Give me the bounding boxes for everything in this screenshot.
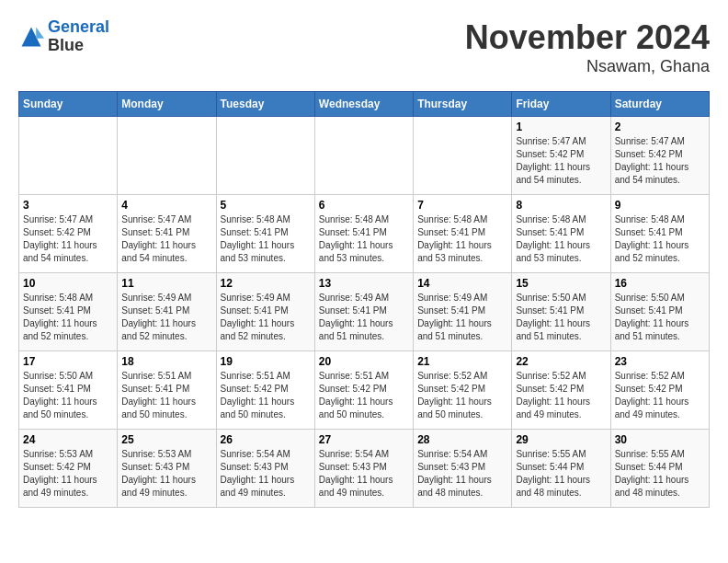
day-info: Sunrise: 5:52 AM Sunset: 5:42 PM Dayligh… — [615, 370, 705, 421]
day-number: 29 — [516, 433, 606, 446]
day-info: Sunrise: 5:48 AM Sunset: 5:41 PM Dayligh… — [23, 292, 113, 343]
day-info: Sunrise: 5:53 AM Sunset: 5:43 PM Dayligh… — [121, 448, 211, 500]
day-number: 13 — [319, 277, 409, 290]
day-number: 24 — [23, 433, 113, 446]
calendar-day-cell: 7Sunrise: 5:48 AM Sunset: 5:41 PM Daylig… — [414, 195, 512, 273]
weekday-header: Sunday — [19, 92, 118, 117]
day-number: 21 — [417, 355, 507, 368]
weekday-header: Monday — [118, 92, 216, 117]
day-number: 22 — [516, 355, 606, 368]
calendar-day-cell: 16Sunrise: 5:50 AM Sunset: 5:41 PM Dayli… — [610, 273, 709, 351]
calendar-day-cell: 29Sunrise: 5:55 AM Sunset: 5:44 PM Dayli… — [512, 430, 610, 508]
calendar-day-cell — [414, 117, 512, 195]
calendar-day-cell: 11Sunrise: 5:49 AM Sunset: 5:41 PM Dayli… — [118, 273, 216, 351]
calendar-table: SundayMondayTuesdayWednesdayThursdayFrid… — [18, 91, 710, 508]
calendar-day-cell: 21Sunrise: 5:52 AM Sunset: 5:42 PM Dayli… — [414, 351, 512, 430]
logo-icon — [18, 24, 44, 50]
calendar-week-row: 10Sunrise: 5:48 AM Sunset: 5:41 PM Dayli… — [19, 273, 710, 351]
calendar-day-cell: 25Sunrise: 5:53 AM Sunset: 5:43 PM Dayli… — [118, 430, 216, 508]
day-info: Sunrise: 5:47 AM Sunset: 5:42 PM Dayligh… — [516, 135, 606, 187]
day-info: Sunrise: 5:48 AM Sunset: 5:41 PM Dayligh… — [221, 213, 311, 265]
calendar-day-cell: 1Sunrise: 5:47 AM Sunset: 5:42 PM Daylig… — [512, 117, 610, 195]
day-info: Sunrise: 5:49 AM Sunset: 5:41 PM Dayligh… — [319, 292, 409, 343]
page-header: General Blue November 2024 Nsawam, Ghana — [18, 18, 710, 76]
month-title: November 2024 Nsawam, Ghana — [465, 18, 710, 76]
day-number: 8 — [516, 199, 606, 212]
day-number: 30 — [615, 433, 705, 446]
calendar-day-cell: 28Sunrise: 5:54 AM Sunset: 5:43 PM Dayli… — [414, 430, 512, 508]
calendar-day-cell: 4Sunrise: 5:47 AM Sunset: 5:41 PM Daylig… — [118, 195, 216, 273]
day-number: 4 — [121, 199, 211, 212]
day-info: Sunrise: 5:48 AM Sunset: 5:41 PM Dayligh… — [417, 213, 507, 265]
day-number: 14 — [417, 277, 507, 290]
day-info: Sunrise: 5:47 AM Sunset: 5:42 PM Dayligh… — [615, 135, 705, 187]
day-number: 7 — [417, 199, 507, 212]
calendar-title: November 2024 — [465, 18, 710, 57]
weekday-header: Friday — [512, 92, 610, 117]
day-number: 27 — [319, 433, 409, 446]
day-number: 10 — [23, 277, 113, 290]
calendar-day-cell: 9Sunrise: 5:48 AM Sunset: 5:41 PM Daylig… — [610, 195, 709, 273]
day-number: 15 — [516, 277, 606, 290]
calendar-day-cell: 10Sunrise: 5:48 AM Sunset: 5:41 PM Dayli… — [19, 273, 118, 351]
day-number: 2 — [615, 121, 705, 133]
day-info: Sunrise: 5:49 AM Sunset: 5:41 PM Dayligh… — [417, 292, 507, 343]
day-number: 23 — [615, 355, 705, 368]
calendar-day-cell: 6Sunrise: 5:48 AM Sunset: 5:41 PM Daylig… — [314, 195, 413, 273]
weekday-header: Saturday — [610, 92, 709, 117]
calendar-day-cell: 24Sunrise: 5:53 AM Sunset: 5:42 PM Dayli… — [19, 430, 118, 508]
day-info: Sunrise: 5:48 AM Sunset: 5:41 PM Dayligh… — [516, 213, 606, 265]
day-info: Sunrise: 5:54 AM Sunset: 5:43 PM Dayligh… — [319, 448, 409, 500]
day-number: 9 — [615, 199, 705, 212]
day-number: 5 — [221, 199, 311, 212]
calendar-day-cell: 12Sunrise: 5:49 AM Sunset: 5:41 PM Dayli… — [216, 273, 314, 351]
weekday-header: Thursday — [414, 92, 512, 117]
day-number: 11 — [121, 277, 211, 290]
calendar-day-cell — [314, 117, 413, 195]
calendar-day-cell: 15Sunrise: 5:50 AM Sunset: 5:41 PM Dayli… — [512, 273, 610, 351]
day-info: Sunrise: 5:55 AM Sunset: 5:44 PM Dayligh… — [615, 448, 705, 500]
day-info: Sunrise: 5:50 AM Sunset: 5:41 PM Dayligh… — [615, 292, 705, 343]
day-info: Sunrise: 5:49 AM Sunset: 5:41 PM Dayligh… — [121, 292, 211, 343]
day-number: 26 — [221, 433, 311, 446]
day-number: 16 — [615, 277, 705, 290]
calendar-day-cell: 23Sunrise: 5:52 AM Sunset: 5:42 PM Dayli… — [610, 351, 709, 430]
day-info: Sunrise: 5:50 AM Sunset: 5:41 PM Dayligh… — [516, 292, 606, 343]
calendar-day-cell: 20Sunrise: 5:51 AM Sunset: 5:42 PM Dayli… — [314, 351, 413, 430]
calendar-day-cell: 13Sunrise: 5:49 AM Sunset: 5:41 PM Dayli… — [314, 273, 413, 351]
day-info: Sunrise: 5:50 AM Sunset: 5:41 PM Dayligh… — [23, 370, 113, 421]
day-number: 17 — [23, 355, 113, 368]
day-info: Sunrise: 5:48 AM Sunset: 5:41 PM Dayligh… — [615, 213, 705, 265]
calendar-day-cell: 3Sunrise: 5:47 AM Sunset: 5:42 PM Daylig… — [19, 195, 118, 273]
calendar-day-cell — [19, 117, 118, 195]
day-info: Sunrise: 5:51 AM Sunset: 5:41 PM Dayligh… — [121, 370, 211, 421]
calendar-day-cell: 27Sunrise: 5:54 AM Sunset: 5:43 PM Dayli… — [314, 430, 413, 508]
logo-general: General — [48, 17, 109, 36]
day-number: 28 — [417, 433, 507, 446]
calendar-subtitle: Nsawam, Ghana — [465, 57, 710, 76]
calendar-day-cell: 17Sunrise: 5:50 AM Sunset: 5:41 PM Dayli… — [19, 351, 118, 430]
calendar-day-cell: 2Sunrise: 5:47 AM Sunset: 5:42 PM Daylig… — [610, 117, 709, 195]
day-info: Sunrise: 5:52 AM Sunset: 5:42 PM Dayligh… — [516, 370, 606, 421]
day-info: Sunrise: 5:52 AM Sunset: 5:42 PM Dayligh… — [417, 370, 507, 421]
calendar-day-cell — [118, 117, 216, 195]
svg-marker-1 — [36, 27, 44, 38]
logo-text: General Blue — [48, 18, 109, 55]
calendar-day-cell: 30Sunrise: 5:55 AM Sunset: 5:44 PM Dayli… — [610, 430, 709, 508]
calendar-day-cell: 19Sunrise: 5:51 AM Sunset: 5:42 PM Dayli… — [216, 351, 314, 430]
day-number: 18 — [121, 355, 211, 368]
calendar-day-cell: 22Sunrise: 5:52 AM Sunset: 5:42 PM Dayli… — [512, 351, 610, 430]
weekday-header: Wednesday — [314, 92, 413, 117]
day-info: Sunrise: 5:51 AM Sunset: 5:42 PM Dayligh… — [221, 370, 311, 421]
day-info: Sunrise: 5:47 AM Sunset: 5:41 PM Dayligh… — [121, 213, 211, 265]
day-number: 19 — [221, 355, 311, 368]
calendar-week-row: 17Sunrise: 5:50 AM Sunset: 5:41 PM Dayli… — [19, 351, 710, 430]
calendar-day-cell: 5Sunrise: 5:48 AM Sunset: 5:41 PM Daylig… — [216, 195, 314, 273]
day-number: 12 — [221, 277, 311, 290]
calendar-day-cell: 26Sunrise: 5:54 AM Sunset: 5:43 PM Dayli… — [216, 430, 314, 508]
day-number: 3 — [23, 199, 113, 212]
weekday-header-row: SundayMondayTuesdayWednesdayThursdayFrid… — [19, 92, 710, 117]
day-info: Sunrise: 5:54 AM Sunset: 5:43 PM Dayligh… — [221, 448, 311, 500]
logo: General Blue — [18, 18, 109, 55]
calendar-day-cell: 18Sunrise: 5:51 AM Sunset: 5:41 PM Dayli… — [118, 351, 216, 430]
